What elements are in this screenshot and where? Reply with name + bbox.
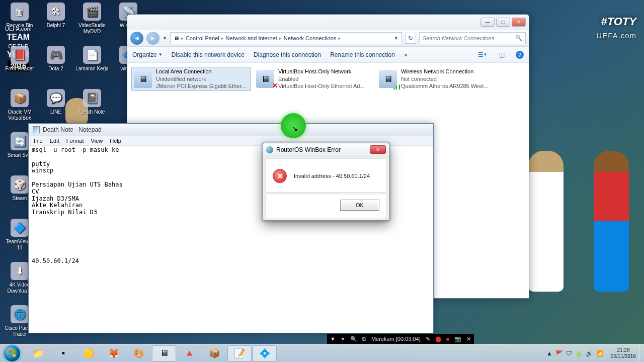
taskbar-control-panel[interactable]: 🖥: [152, 345, 176, 361]
taskbar-chrome[interactable]: 🟡: [76, 345, 101, 361]
app-icon: 📦: [11, 89, 29, 107]
rec-window-icon[interactable]: ⧉: [362, 336, 366, 342]
network-adapter-icon: 🖥: [379, 70, 397, 88]
app-icon: 🎲: [11, 175, 29, 194]
desktop-icon-death-note[interactable]: 📓Death Note: [75, 89, 109, 124]
search-box[interactable]: 🔍: [419, 32, 526, 44]
recording-toolbar[interactable]: ▼ ✦ 🔍 ⧉ Merekam [00:03:04] ✎ ⬤ ■ 📷 ✕: [327, 334, 474, 344]
taskbar-clock[interactable]: 21:28 25/11/2016: [611, 347, 636, 359]
app-icon: 💬: [47, 89, 65, 107]
breadcrumb-item-1[interactable]: Network and Internet: [226, 35, 277, 41]
error-dialog[interactable]: RouterOS WinBox Error ✕ ✕ Invalid addres…: [263, 143, 389, 221]
click-highlight: [281, 113, 306, 138]
view-options-icon[interactable]: ☰ ▼: [477, 50, 488, 60]
icon-label: LINE: [39, 109, 73, 115]
error-ok-button[interactable]: OK: [340, 200, 379, 211]
rec-status: Merekam [00:03:04]: [371, 336, 421, 342]
breadcrumb-item-2[interactable]: Network Connections: [284, 35, 337, 41]
breadcrumb[interactable]: 🖥 ▸ Control Panel ▸ Network and Internet…: [170, 32, 402, 44]
tray-icon-2[interactable]: 🛡: [566, 350, 572, 357]
rec-stop-icon[interactable]: ■: [446, 336, 450, 342]
app-icon: 🔷: [11, 219, 29, 237]
connection-item-2[interactable]: 🖥Wireless Network ConnectionNot connecte…: [377, 67, 497, 91]
app-icon: 🎬: [83, 3, 101, 21]
rec-settings-icon[interactable]: ✦: [341, 336, 345, 342]
rec-draw-icon[interactable]: ✎: [426, 336, 430, 342]
breadcrumb-item-0[interactable]: Control Panel: [186, 35, 219, 41]
toolbar-disable[interactable]: Disable this network device: [172, 51, 245, 58]
connection-item-1[interactable]: 🖥✕VirtualBox Host-Only NetworkEnabledVir…: [254, 67, 374, 91]
desktop-icon-foxit-reader[interactable]: 📕Foxit Reader: [3, 46, 37, 81]
tray-icon-1[interactable]: 🚩: [555, 350, 563, 357]
taskbar-paint[interactable]: 🎨: [127, 345, 151, 361]
notepad-titlebar[interactable]: Death Note - Notepad: [29, 124, 433, 136]
rec-camera-icon[interactable]: 📷: [454, 336, 461, 342]
connection-item-0[interactable]: 🖥Local Area ConnectionUnidentified netwo…: [131, 67, 251, 91]
taskbar-cmd[interactable]: ▪: [51, 345, 75, 361]
desktop-icon-lamaran-kerja[interactable]: 📄Lamaran Kerja: [75, 46, 109, 81]
toolbar-organize[interactable]: Organize ▼: [132, 51, 163, 58]
taskbar[interactable]: 📁▪🟡🦊🎨🖥🔺📦📝💠 ▲🚩🛡🔋🔊📶 21:28 25/11/2016: [0, 344, 644, 362]
tray-icon-4[interactable]: 🔊: [586, 350, 593, 357]
maximize-button[interactable]: ▢: [496, 18, 510, 27]
app-icon: 📓: [83, 89, 101, 107]
menu-file[interactable]: File: [31, 137, 46, 145]
tray-icon-5[interactable]: 📶: [596, 350, 604, 357]
search-input[interactable]: [423, 35, 515, 41]
toolbar-rename[interactable]: Rename this connection: [330, 51, 395, 58]
rec-zoom-icon[interactable]: 🔍: [350, 336, 357, 342]
close-button[interactable]: ✕: [512, 18, 526, 27]
search-icon[interactable]: 🔍: [515, 35, 522, 41]
error-titlebar[interactable]: RouterOS WinBox Error ✕: [263, 143, 389, 156]
menu-format[interactable]: Format: [63, 137, 87, 145]
disabled-x-icon: ✕: [272, 81, 278, 89]
tray-icon-0[interactable]: ▲: [546, 350, 552, 357]
notepad-title-text: Death Note - Notepad: [43, 126, 102, 133]
icon-label: Dota 2: [39, 66, 73, 72]
connection-name: Local Area Connection: [156, 68, 249, 75]
nav-dropdown-icon[interactable]: ▼: [163, 36, 167, 41]
taskbar-firefox[interactable]: 🦊: [102, 345, 126, 361]
show-desktop-button[interactable]: [639, 344, 644, 363]
help-icon[interactable]: ?: [516, 51, 524, 59]
preview-pane-icon[interactable]: ◫: [497, 50, 507, 60]
connection-device: Qualcomm Atheros AR9285 Wirel...: [401, 82, 495, 90]
svg-rect-2: [9, 354, 12, 357]
error-close-button[interactable]: ✕: [370, 145, 386, 154]
rec-close-icon[interactable]: ✕: [466, 336, 471, 342]
wallpaper-players: [528, 90, 629, 292]
tray-icon-3[interactable]: 🔋: [575, 350, 583, 357]
nav-forward-button[interactable]: ►: [146, 32, 159, 45]
system-tray[interactable]: ▲🚩🛡🔋🔊📶 21:28 25/11/2016: [546, 347, 639, 359]
explorer-navbar: ◄ ► ▼ 🖥 ▸ Control Panel ▸ Network and In…: [127, 30, 529, 47]
taskbar-winbox[interactable]: 💠: [253, 345, 277, 361]
app-icon: 🛠: [47, 3, 65, 21]
breadcrumb-root-icon[interactable]: 🖥: [174, 35, 179, 41]
rec-record-icon[interactable]: ⬤: [435, 336, 441, 342]
breadcrumb-dropdown-icon[interactable]: ▼: [394, 36, 398, 41]
taskbar-explorer[interactable]: 📁: [26, 345, 50, 361]
minimize-button[interactable]: —: [480, 18, 495, 27]
desktop-icon-oracle-vm-virtualbox[interactable]: 📦Oracle VM VirtualBox: [3, 89, 37, 124]
taskbar-notepad[interactable]: 📝: [227, 345, 252, 361]
menu-help[interactable]: Help: [107, 137, 124, 145]
start-button[interactable]: [0, 344, 24, 363]
toolbar-diagnose[interactable]: Diagnose this connection: [254, 51, 321, 58]
app-icon: 🎮: [47, 46, 65, 64]
menu-view[interactable]: View: [88, 137, 106, 145]
nav-back-button[interactable]: ◄: [130, 32, 143, 45]
refresh-button[interactable]: ↻: [405, 33, 416, 44]
desktop-icon-videostudio-mydvd[interactable]: 🎬VideoStudio MyDVD: [75, 3, 109, 38]
desktop-icon-recycle-bin[interactable]: 🗑Recycle Bin: [3, 3, 37, 38]
taskbar-vlc[interactable]: 🔺: [177, 345, 201, 361]
taskbar-virtualbox[interactable]: 📦: [202, 345, 226, 361]
explorer-titlebar[interactable]: — ▢ ✕: [127, 15, 529, 30]
toolbar-more[interactable]: »: [404, 51, 408, 58]
wallpaper-hashtag: #TOTY: [601, 15, 636, 28]
menu-edit[interactable]: Edit: [47, 137, 62, 145]
desktop-icon-delphi-7[interactable]: 🛠Delphi 7: [39, 3, 73, 38]
desktop-icon-line[interactable]: 💬LINE: [39, 89, 73, 124]
icon-label: Oracle VM VirtualBox: [3, 109, 37, 121]
rec-menu-icon[interactable]: ▼: [330, 336, 336, 342]
desktop-icon-dota-2[interactable]: 🎮Dota 2: [39, 46, 73, 81]
